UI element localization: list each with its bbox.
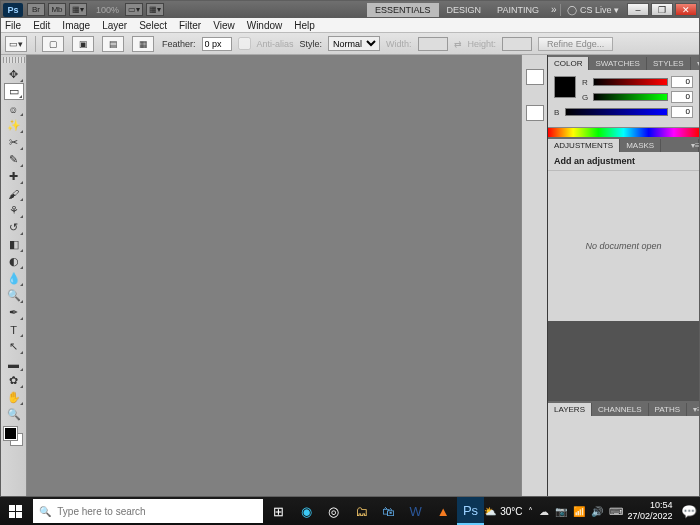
extras-icon[interactable]: ▦▾ [146,3,164,16]
current-tool-icon[interactable]: ▭▾ [5,36,27,52]
chrome-icon[interactable]: ◎ [320,497,347,525]
weather-widget[interactable]: ⛅ 30°C [484,506,522,517]
lasso-tool[interactable]: ⌾ [4,100,24,117]
menu-window[interactable]: Window [247,20,283,31]
style-select[interactable]: Normal [328,36,380,51]
maximize-button[interactable]: ❐ [651,3,673,16]
color-panel-menu-icon[interactable]: ▾≡ [691,57,699,70]
layers-menu-icon[interactable]: ▾≡ [687,403,699,416]
3d-tool[interactable]: ✿ [4,372,24,389]
tab-styles[interactable]: STYLES [647,57,691,70]
panel-fg-swatch[interactable] [554,76,576,98]
crop-tool[interactable]: ✂ [4,134,24,151]
minibridge-icon[interactable]: Mb [48,3,66,16]
bridge-icon[interactable]: Br [27,3,45,16]
workspace-painting[interactable]: PAINTING [489,3,547,17]
r-value[interactable]: 0 [671,76,693,88]
refine-edge-button[interactable]: Refine Edge... [538,37,613,51]
r-slider[interactable] [593,78,668,86]
menu-help[interactable]: Help [294,20,315,31]
tab-color[interactable]: COLOR [548,57,589,70]
stamp-tool[interactable]: ⚘ [4,202,24,219]
selection-intersect-icon[interactable]: ▦ [132,36,154,52]
foreground-color-swatch[interactable] [4,427,17,440]
b-value[interactable]: 0 [671,106,693,118]
path-select-tool[interactable]: ↖ [4,338,24,355]
eyedropper-tool[interactable]: ✎ [4,151,24,168]
type-tool[interactable]: T [4,321,24,338]
store-icon[interactable]: 🛍 [375,497,402,525]
tab-adjustments[interactable]: ADJUSTMENTS [548,139,620,152]
workspace-essentials[interactable]: ESSENTIALS [367,3,439,17]
minimize-button[interactable]: – [627,3,649,16]
wifi-icon[interactable]: 📶 [573,506,585,517]
blur-tool[interactable]: 💧 [4,270,24,287]
edge-icon[interactable]: ◉ [293,497,320,525]
more-workspaces-icon[interactable]: » [551,4,557,15]
search-box[interactable]: 🔍 Type here to search [33,499,263,523]
meet-now-icon[interactable]: 📷 [555,506,567,517]
zoom-tool[interactable]: 🔍 [4,406,24,423]
menu-view[interactable]: View [213,20,235,31]
marquee-tool[interactable]: ▭ [4,83,24,100]
toolbox: ✥ ▭ ⌾ ✨ ✂ ✎ ✚ 🖌 ⚘ ↺ ◧ ◐ 💧 🔍 ✒ T ↖ ▬ ✿ ✋ … [1,55,27,496]
clock[interactable]: 10:54 27/02/2022 [627,500,672,522]
tab-masks[interactable]: MASKS [620,139,661,152]
menu-filter[interactable]: Filter [179,20,201,31]
toolbox-grip[interactable] [3,57,25,63]
style-label: Style: [300,39,323,49]
zoom-level[interactable]: 100% [96,5,119,15]
dodge-tool[interactable]: 🔍 [4,287,24,304]
explorer-icon[interactable]: 🗂 [347,497,374,525]
gradient-tool[interactable]: ◐ [4,253,24,270]
arrange-docs-icon[interactable]: ▦▾ [69,3,87,16]
healing-tool[interactable]: ✚ [4,168,24,185]
workspace-design[interactable]: DESIGN [439,3,490,17]
system-tray[interactable]: ˄ ☁ 📷 📶 🔊 ⌨ [528,506,623,517]
quick-select-tool[interactable]: ✨ [4,117,24,134]
dock-properties-icon[interactable] [526,105,544,121]
selection-new-icon[interactable]: ▢ [42,36,64,52]
menu-layer[interactable]: Layer [102,20,127,31]
antialias-checkbox [238,37,251,50]
start-button[interactable] [0,497,31,525]
eraser-tool[interactable]: ◧ [4,236,24,253]
brush-tool[interactable]: 🖌 [4,185,24,202]
task-view-icon[interactable]: ⊞ [265,497,292,525]
menu-image[interactable]: Image [62,20,90,31]
selection-subtract-icon[interactable]: ▤ [102,36,124,52]
pen-tool[interactable]: ✒ [4,304,24,321]
notifications-icon[interactable]: 💬 [679,497,700,525]
onedrive-icon[interactable]: ☁ [539,506,549,517]
close-button[interactable]: ✕ [675,3,697,16]
word-icon[interactable]: W [402,497,429,525]
g-value[interactable]: 0 [671,91,693,103]
photoshop-task-icon[interactable]: Ps [457,497,484,525]
selection-add-icon[interactable]: ▣ [72,36,94,52]
cslive-button[interactable]: ◯ CS Live ▾ [567,5,619,15]
menu-edit[interactable]: Edit [33,20,50,31]
language-icon[interactable]: ⌨ [609,506,623,517]
tray-chevron-icon[interactable]: ˄ [528,506,533,517]
tab-swatches[interactable]: SWATCHES [589,57,646,70]
tab-paths[interactable]: PATHS [649,403,687,416]
feather-input[interactable] [202,37,232,51]
adjustments-tabs: ADJUSTMENTS MASKS ▾≡ [548,137,699,152]
move-tool[interactable]: ✥ [4,66,24,83]
adjustments-menu-icon[interactable]: ▾≡ [685,139,699,152]
menu-file[interactable]: File [5,20,21,31]
b-slider[interactable] [565,108,668,116]
tab-layers[interactable]: LAYERS [548,403,592,416]
dock-history-icon[interactable] [526,69,544,85]
hand-tool[interactable]: ✋ [4,389,24,406]
shape-tool[interactable]: ▬ [4,355,24,372]
volume-icon[interactable]: 🔊 [591,506,603,517]
color-swatches[interactable] [4,427,24,449]
spectrum-bar[interactable] [548,127,699,137]
history-brush-tool[interactable]: ↺ [4,219,24,236]
vlc-icon[interactable]: ▲ [429,497,456,525]
screen-mode-icon[interactable]: ▭▾ [125,3,143,16]
g-slider[interactable] [593,93,668,101]
menu-select[interactable]: Select [139,20,167,31]
tab-channels[interactable]: CHANNELS [592,403,649,416]
